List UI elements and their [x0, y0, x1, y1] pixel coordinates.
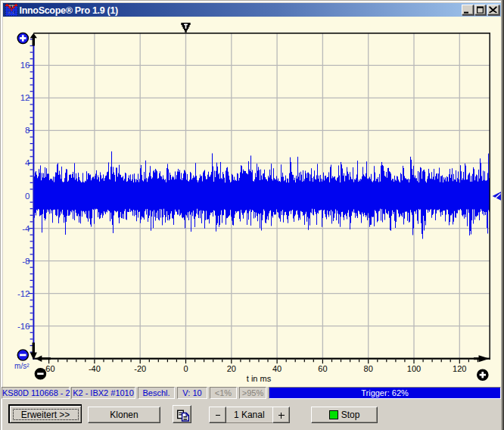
svg-text:8: 8 [25, 126, 30, 135]
svg-text:80: 80 [364, 364, 373, 373]
svg-text:12: 12 [20, 93, 30, 102]
svg-text:4: 4 [25, 158, 30, 167]
svg-text:-20: -20 [134, 364, 146, 373]
svg-text:-40: -40 [89, 364, 101, 373]
svg-text:-12: -12 [17, 289, 30, 298]
svg-text:-4: -4 [22, 224, 30, 233]
svg-text:0: 0 [183, 364, 188, 373]
svg-text:-16: -16 [17, 322, 30, 331]
svg-text:120: 120 [453, 364, 466, 373]
svg-text:20: 20 [227, 364, 236, 373]
svg-text:40: 40 [272, 364, 282, 373]
svg-text:t in ms: t in ms [247, 374, 272, 383]
svg-text:m/s²: m/s² [14, 362, 30, 370]
svg-text:-8: -8 [22, 257, 30, 266]
svg-text:16: 16 [20, 61, 30, 70]
svg-text:100: 100 [407, 364, 421, 373]
svg-text:60: 60 [318, 364, 327, 373]
svg-text:0: 0 [25, 192, 30, 201]
